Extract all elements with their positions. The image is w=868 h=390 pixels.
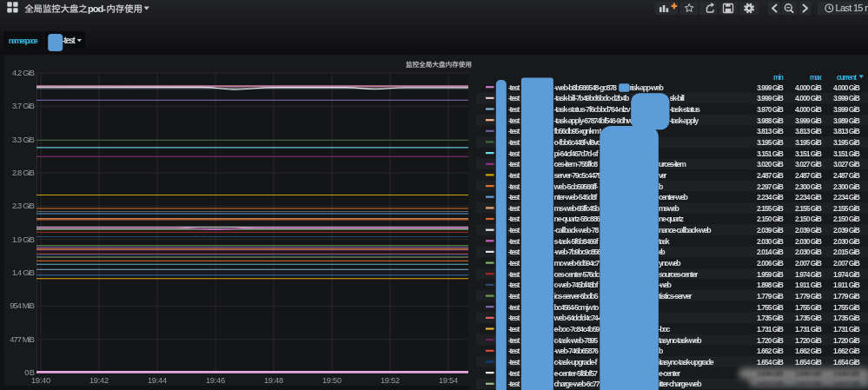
svg-text:1.646 GiB: 1.646 GiB bbox=[833, 369, 860, 378]
svg-text:-test: -test bbox=[508, 127, 520, 136]
svg-text:1.911 GiB: 1.911 GiB bbox=[833, 281, 860, 289]
svg-text:pod-: pod- bbox=[88, 3, 106, 14]
svg-text:namespace: namespace bbox=[9, 36, 38, 45]
svg-text:1.720 GiB: 1.720 GiB bbox=[795, 336, 822, 345]
svg-text:tistics-server: tistics-server bbox=[659, 292, 692, 301]
svg-text:-test: -test bbox=[508, 105, 520, 114]
svg-text:1.779 GiB: 1.779 GiB bbox=[757, 292, 784, 301]
svg-text:-test: -test bbox=[508, 303, 520, 312]
svg-text:2.014 GiB: 2.014 GiB bbox=[757, 248, 784, 256]
svg-text:3.999 GiB: 3.999 GiB bbox=[795, 116, 822, 125]
svg-text:2.487 GiB: 2.487 GiB bbox=[757, 171, 784, 180]
svg-text:o-fbb6c448f-vl8vc: o-fbb6c448f-vl8vc bbox=[554, 138, 601, 147]
svg-text:c-web-745bf48bf: c-web-745bf48bf bbox=[554, 281, 599, 289]
svg-text:-boc: -boc bbox=[659, 325, 670, 334]
svg-text:current: current bbox=[837, 73, 857, 82]
svg-text:3.151 GiB: 3.151 GiB bbox=[795, 149, 822, 158]
svg-text:3.999 GiB: 3.999 GiB bbox=[833, 105, 860, 114]
svg-text:-test: -test bbox=[508, 204, 520, 213]
svg-text:-test: -test bbox=[508, 138, 520, 147]
svg-text:3.813 GiB: 3.813 GiB bbox=[833, 127, 860, 136]
svg-text:Last 15 min: Last 15 min bbox=[836, 3, 868, 13]
svg-text:2.150 GiB: 2.150 GiB bbox=[833, 215, 860, 223]
svg-text:fb56db95-xgnkm t: fb56db95-xgnkm t bbox=[554, 127, 602, 136]
svg-text:itter-charge-web: itter-charge-web bbox=[659, 380, 702, 388]
svg-text:risk-app-web: risk-app-web bbox=[630, 83, 665, 92]
svg-text:1.617 GiB: 1.617 GiB bbox=[757, 380, 784, 388]
svg-text:-test: -test bbox=[508, 380, 520, 388]
svg-text:-test: -test bbox=[508, 259, 520, 268]
svg-text:2.030 GiB: 2.030 GiB bbox=[795, 237, 822, 246]
svg-text:3.3 GiB: 3.3 GiB bbox=[12, 136, 35, 144]
svg-text:sources-center: sources-center bbox=[659, 270, 699, 279]
svg-text:ver: ver bbox=[659, 171, 667, 180]
svg-text:2.155 GiB: 2.155 GiB bbox=[833, 204, 860, 213]
svg-text:-test: -test bbox=[508, 347, 520, 355]
svg-text:3.970 GiB: 3.970 GiB bbox=[757, 105, 784, 114]
svg-text:1.735 GiB: 1.735 GiB bbox=[795, 314, 822, 322]
svg-text:sk-bill: sk-bill bbox=[670, 94, 686, 102]
svg-text:ces-item-755ffc8: ces-item-755ffc8 bbox=[554, 160, 599, 169]
svg-text:3.7 GiB: 3.7 GiB bbox=[12, 102, 35, 110]
svg-text:1.755 GiB: 1.755 GiB bbox=[833, 303, 860, 312]
svg-text:4.000 GiB: 4.000 GiB bbox=[795, 83, 822, 92]
svg-text:itasync-task-upgrade: itasync-task-upgrade bbox=[659, 358, 714, 367]
svg-text:-test: -test bbox=[508, 325, 520, 334]
svg-text:2.007 GiB: 2.007 GiB bbox=[795, 259, 822, 268]
svg-text:2.234 GiB: 2.234 GiB bbox=[795, 193, 822, 202]
svg-text:-test: -test bbox=[508, 94, 520, 102]
svg-text:1.646 GiB: 1.646 GiB bbox=[757, 369, 784, 378]
svg-text:4.2 GiB: 4.2 GiB bbox=[12, 69, 35, 77]
svg-text:-test: -test bbox=[508, 160, 520, 169]
svg-text:19:54: 19:54 bbox=[439, 376, 458, 385]
svg-text:web-5cb59566ff-: web-5cb59566ff- bbox=[553, 182, 599, 191]
svg-text:s-task-5f6b8469f: s-task-5f6b8469f bbox=[554, 237, 599, 246]
svg-text:2.007 GiB: 2.007 GiB bbox=[833, 259, 860, 268]
svg-text:2.155 GiB: 2.155 GiB bbox=[757, 204, 784, 213]
svg-text:3.999 GiB: 3.999 GiB bbox=[833, 94, 860, 102]
svg-text:3.999 GiB: 3.999 GiB bbox=[757, 94, 784, 102]
svg-text:3.027 GiB: 3.027 GiB bbox=[833, 160, 860, 169]
svg-text:1.646 GiB: 1.646 GiB bbox=[795, 369, 822, 378]
svg-text:2.155 GiB: 2.155 GiB bbox=[795, 204, 822, 213]
svg-text:server-79c5c4475: server-79c5c4475 bbox=[554, 171, 602, 180]
svg-text:1.4 GiB: 1.4 GiB bbox=[12, 268, 35, 277]
svg-text:1.662 GiB: 1.662 GiB bbox=[795, 347, 822, 355]
svg-text:19:52: 19:52 bbox=[381, 376, 400, 385]
svg-text:1.779 GiB: 1.779 GiB bbox=[795, 292, 822, 301]
svg-text:4.000 GiB: 4.000 GiB bbox=[795, 105, 822, 114]
svg-text:2.030 GiB: 2.030 GiB bbox=[833, 237, 860, 246]
svg-text:ne-quartz-58c886: ne-quartz-58c886 bbox=[554, 215, 601, 223]
svg-text:2.039 GiB: 2.039 GiB bbox=[795, 226, 822, 235]
svg-text:1.731 GiB: 1.731 GiB bbox=[757, 325, 784, 334]
svg-text:2.006 GiB: 2.006 GiB bbox=[757, 259, 784, 268]
svg-text:1.731 GiB: 1.731 GiB bbox=[795, 325, 822, 334]
svg-text:1.735 GiB: 1.735 GiB bbox=[757, 314, 784, 322]
svg-text:4.000 GiB: 4.000 GiB bbox=[795, 94, 822, 102]
svg-text:1.731 GiB: 1.731 GiB bbox=[833, 325, 860, 334]
svg-text:ync-web: ync-web bbox=[659, 259, 681, 268]
svg-text:mc-web-6d594c7: mc-web-6d594c7 bbox=[554, 259, 600, 268]
svg-text:-task-apply-67874bf546-9dhw: -task-apply-67874bf546-9dhw bbox=[554, 116, 633, 125]
svg-text:3.813 GiB: 3.813 GiB bbox=[757, 127, 784, 136]
svg-text:charge-web-6c77: charge-web-6c77 bbox=[554, 380, 600, 388]
svg-text:ne-quartz: ne-quartz bbox=[659, 215, 685, 223]
svg-text:-test: -test bbox=[508, 226, 520, 235]
svg-text:1.959 GiB: 1.959 GiB bbox=[757, 270, 784, 279]
svg-text:-test: -test bbox=[508, 270, 520, 279]
svg-text:3.988 GiB: 3.988 GiB bbox=[757, 116, 784, 125]
svg-text:1.654 GiB: 1.654 GiB bbox=[795, 358, 822, 367]
svg-text:2.297 GiB: 2.297 GiB bbox=[757, 182, 784, 191]
svg-text:b: b bbox=[659, 347, 664, 355]
svg-text:3.151 GiB: 3.151 GiB bbox=[833, 149, 860, 158]
svg-text:2.3 GiB: 2.3 GiB bbox=[12, 202, 35, 210]
svg-text:-web-746b65876: -web-746b65876 bbox=[554, 347, 600, 355]
svg-text:1.654 GiB: 1.654 GiB bbox=[757, 358, 784, 367]
svg-text:19:50: 19:50 bbox=[322, 376, 341, 385]
svg-text:2.234 GiB: 2.234 GiB bbox=[833, 193, 860, 202]
svg-text:19:48: 19:48 bbox=[264, 376, 283, 385]
svg-text:1.662 GiB: 1.662 GiB bbox=[757, 347, 784, 355]
svg-text:ms-web-65ffc45b: ms-web-65ffc45b bbox=[554, 204, 600, 213]
svg-text:3.989 GiB: 3.989 GiB bbox=[833, 116, 860, 125]
svg-text:19:40: 19:40 bbox=[31, 376, 50, 385]
